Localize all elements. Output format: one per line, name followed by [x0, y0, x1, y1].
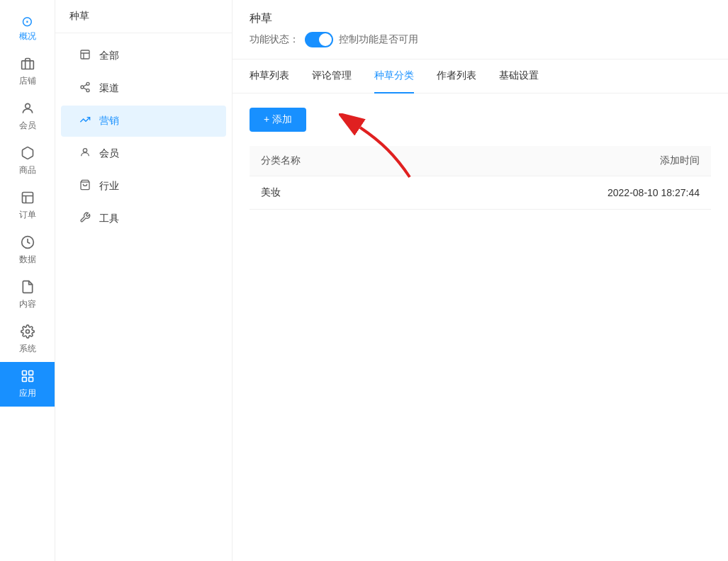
sidebar-item-marketing[interactable]: 营销	[61, 106, 226, 137]
nav-label-app: 应用	[19, 387, 36, 400]
svg-point-12	[86, 89, 89, 92]
content-icon	[21, 280, 35, 296]
sidebar-header: 种草	[55, 0, 232, 33]
svg-point-15	[83, 149, 86, 152]
marketing-icon	[78, 114, 92, 128]
sidebar-item-all[interactable]: 全部	[61, 40, 226, 72]
svg-rect-6	[28, 371, 33, 375]
sidebar-item-channel-label: 渠道	[99, 82, 119, 95]
nav-label-member: 会员	[19, 120, 36, 132]
sidebar-menu: 全部 渠道 营销 会员 行业	[55, 33, 232, 561]
nav-label-content: 内容	[19, 298, 36, 310]
order-icon	[21, 191, 35, 207]
tab-comments[interactable]: 评论管理	[312, 60, 352, 94]
svg-line-13	[84, 88, 87, 90]
tool-icon	[78, 212, 92, 226]
sidebar: 种草 全部 渠道 营销 会员	[55, 0, 233, 561]
sidebar-item-member[interactable]: 会员	[61, 138, 226, 169]
feature-toggle[interactable]	[305, 32, 333, 47]
tab-list[interactable]: 种草列表	[250, 60, 289, 94]
nav-item-store[interactable]: 店铺	[0, 50, 55, 94]
svg-rect-5	[22, 371, 26, 375]
channel-icon	[78, 81, 92, 96]
member-icon	[21, 101, 35, 118]
svg-point-10	[86, 82, 89, 85]
sidebar-item-industry-label: 行业	[99, 180, 119, 193]
col-name: 分类名称	[250, 146, 412, 176]
product-icon	[21, 146, 35, 162]
feature-label: 功能状态：	[250, 33, 299, 46]
feature-status: 功能状态： 控制功能是否可用	[250, 32, 711, 47]
nav-label-order: 订单	[19, 209, 36, 221]
svg-rect-2	[22, 193, 33, 203]
content-area: + 添加 分类名称 添加时间 美妆 2022-0	[233, 94, 728, 561]
page-header: 种草 功能状态： 控制功能是否可用	[233, 0, 728, 60]
main: 种草 功能状态： 控制功能是否可用 种草列表 评论管理 种草分类 作者列表 基础…	[233, 0, 728, 561]
col-time: 添加时间	[412, 146, 711, 176]
page-title: 种草	[250, 11, 711, 26]
sidebar-item-member-label: 会员	[99, 147, 119, 160]
cell-name: 美妆	[250, 176, 412, 210]
nav-item-data[interactable]: 数据	[0, 228, 55, 273]
sidebar-item-tool[interactable]: 工具	[61, 203, 226, 234]
nav-label-product: 商品	[19, 164, 36, 176]
sidebar-item-tool-label: 工具	[99, 212, 119, 225]
tab-category[interactable]: 种草分类	[374, 60, 414, 94]
sidebar-item-industry[interactable]: 行业	[61, 171, 226, 202]
table-row: 美妆 2022-08-10 18:27:44	[250, 176, 711, 210]
svg-point-11	[81, 86, 84, 89]
member2-icon	[78, 147, 92, 161]
svg-point-4	[26, 330, 29, 334]
nav-item-system[interactable]: 系统	[0, 317, 55, 362]
nav-narrow: ⊙ 概况 店铺 会员 商品 订单 数据 内容	[0, 0, 55, 561]
nav-label-system: 系统	[19, 343, 36, 355]
add-button[interactable]: + 添加	[250, 108, 306, 132]
tabs: 种草列表 评论管理 种草分类 作者列表 基础设置	[250, 60, 711, 93]
tab-authors[interactable]: 作者列表	[437, 60, 476, 94]
svg-line-14	[84, 84, 87, 86]
industry-icon	[78, 179, 92, 193]
nav-label-data: 数据	[19, 254, 36, 266]
cell-time: 2022-08-10 18:27:44	[412, 176, 711, 210]
svg-rect-8	[28, 378, 33, 382]
sidebar-item-channel[interactable]: 渠道	[61, 73, 226, 104]
svg-point-1	[25, 103, 30, 108]
feature-desc: 控制功能是否可用	[339, 33, 418, 46]
svg-rect-7	[22, 378, 26, 382]
sidebar-item-all-label: 全部	[99, 50, 119, 62]
sidebar-item-marketing-label: 营销	[99, 115, 119, 128]
svg-rect-9	[81, 50, 89, 59]
nav-item-content[interactable]: 内容	[0, 273, 55, 317]
system-icon	[21, 324, 35, 341]
nav-label-store: 店铺	[19, 75, 36, 87]
nav-label-overview: 概况	[19, 30, 36, 42]
nav-item-app[interactable]: 应用	[0, 362, 55, 407]
nav-item-order[interactable]: 订单	[0, 183, 55, 228]
all-icon	[78, 49, 92, 63]
app-icon	[21, 369, 35, 385]
overview-icon: ⊙	[21, 14, 33, 28]
nav-item-product[interactable]: 商品	[0, 139, 55, 183]
data-icon	[21, 235, 35, 251]
store-icon	[21, 57, 35, 73]
svg-rect-0	[21, 61, 33, 69]
nav-item-member[interactable]: 会员	[0, 94, 55, 139]
nav-item-overview[interactable]: ⊙ 概况	[0, 7, 55, 50]
tabs-container: 种草列表 评论管理 种草分类 作者列表 基础设置	[233, 60, 728, 94]
tab-settings[interactable]: 基础设置	[499, 60, 539, 94]
category-table: 分类名称 添加时间 美妆 2022-08-10 18:27:44	[250, 146, 711, 210]
